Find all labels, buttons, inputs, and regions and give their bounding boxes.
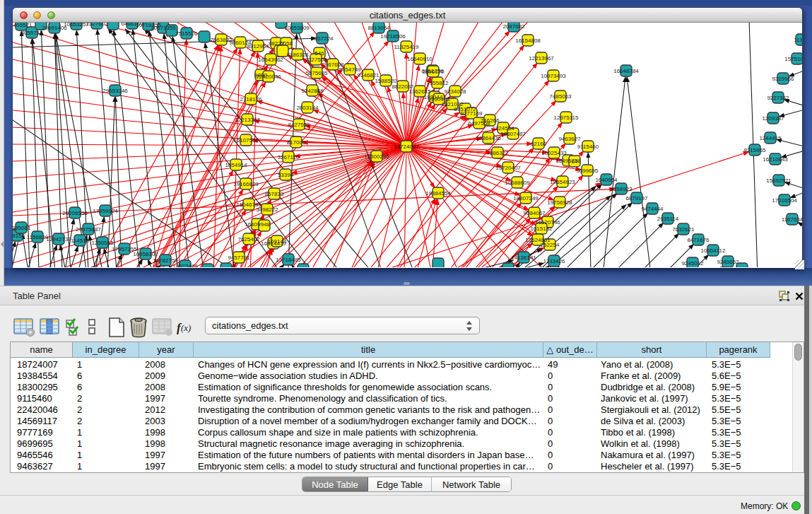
svg-text:3498222: 3498222 (256, 206, 278, 213)
svg-text:7625402: 7625402 (237, 236, 260, 243)
svg-text:10688609: 10688609 (505, 180, 530, 186)
svg-text:1615132: 1615132 (530, 226, 553, 232)
svg-text:18724007: 18724007 (394, 144, 419, 150)
svg-text:19384554: 19384554 (425, 190, 451, 197)
svg-text:1250515: 1250515 (91, 240, 114, 246)
svg-text:8558923: 8558923 (610, 186, 632, 192)
svg-text:16120746: 16120746 (535, 219, 560, 226)
svg-text:19654923: 19654923 (550, 179, 575, 185)
svg-text:6879197: 6879197 (625, 195, 648, 201)
svg-text:7386322: 7386322 (486, 150, 509, 156)
svg-text:15720407: 15720407 (495, 165, 521, 171)
svg-text:10807487: 10807487 (500, 131, 526, 137)
svg-text:20364436: 20364436 (476, 135, 501, 141)
svg-text:(x): (x) (181, 322, 191, 333)
svg-text:1640954: 1640954 (595, 177, 618, 183)
svg-text:1156829: 1156829 (27, 234, 49, 240)
svg-text:3267110: 3267110 (278, 154, 300, 160)
svg-text:335061: 335061 (13, 225, 31, 231)
svg-text:14136141: 14136141 (511, 255, 536, 261)
svg-text:857833: 857833 (265, 191, 284, 197)
svg-text:9245652: 9245652 (717, 259, 739, 265)
svg-text:62160: 62160 (531, 141, 547, 147)
svg-text:9457791: 9457791 (228, 255, 250, 261)
svg-text:18807249: 18807249 (513, 195, 539, 201)
svg-text:39154: 39154 (13, 233, 25, 239)
svg-text:16409948: 16409948 (245, 221, 270, 228)
svg-text:15692971: 15692971 (766, 177, 792, 184)
svg-text:8215955: 8215955 (743, 147, 766, 153)
svg-text:1167534: 1167534 (782, 216, 802, 223)
svg-text:20206556: 20206556 (62, 210, 88, 216)
svg-text:10958107: 10958107 (133, 251, 158, 257)
svg-text:817006: 817006 (287, 139, 306, 146)
svg-text:1733426: 1733426 (543, 258, 565, 264)
svg-text:16107552: 16107552 (233, 137, 259, 144)
svg-text:169144: 169144 (268, 238, 287, 245)
svg-text:18300295: 18300295 (364, 153, 389, 160)
svg-text:64: 64 (572, 158, 578, 165)
svg-text:19166829: 19166829 (233, 181, 259, 187)
svg-text:9463627: 9463627 (558, 136, 581, 142)
svg-text:7632621: 7632621 (672, 226, 695, 233)
svg-text:17016504: 17016504 (772, 197, 797, 204)
svg-text:1244415: 1244415 (759, 135, 782, 141)
svg-text:16210643: 16210643 (763, 156, 788, 163)
svg-text:19756928: 19756928 (547, 199, 572, 206)
svg-text:9115460: 9115460 (577, 144, 599, 150)
svg-text:9699695: 9699695 (576, 168, 599, 174)
svg-text:20975887: 20975887 (76, 226, 101, 233)
svg-text:9245012: 9245012 (681, 260, 704, 267)
svg-text:9084067: 9084067 (523, 210, 546, 216)
svg-text:9474444: 9474444 (641, 206, 664, 212)
svg-text:114519: 114519 (71, 238, 90, 244)
svg-text:252254: 252254 (541, 242, 560, 248)
svg-text:12942737: 12942737 (46, 236, 71, 243)
svg-text:2935114: 2935114 (657, 216, 679, 222)
svg-text:13718485: 13718485 (276, 257, 301, 263)
svg-text:8471676: 8471676 (687, 237, 710, 243)
svg-text:10923466: 10923466 (172, 263, 198, 268)
svg-text:53394: 53394 (278, 172, 294, 178)
svg-text:1654914: 1654914 (225, 162, 247, 168)
svg-text:10654112: 10654112 (701, 247, 726, 254)
svg-text:11171: 11171 (794, 37, 802, 43)
svg-text:17359924: 17359924 (93, 208, 118, 214)
svg-text:10025433: 10025433 (541, 150, 567, 156)
